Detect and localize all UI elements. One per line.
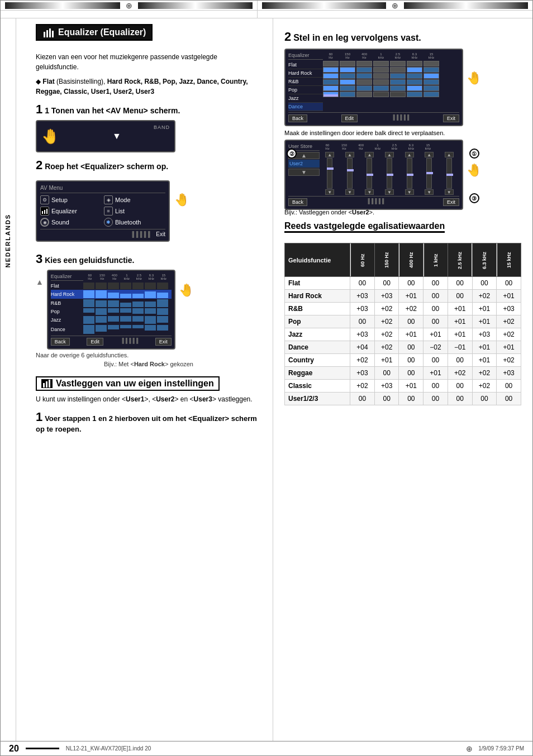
table-row: Dance +04 +02 00 −02 −01 +01 +01 [285, 341, 521, 354]
page-title: Equalizer (Equalizer) [58, 27, 146, 37]
av-menu-sound: ◉ Sound [40, 218, 102, 227]
eq-item-flat: Flat [51, 282, 172, 290]
r-freq-60: 60Hz [323, 52, 339, 60]
mode-icon: ◈ [104, 195, 113, 204]
right-eq-header: Equalizer 60Hz 150Hz 400Hz 1kHz 2.5kHz 6… [288, 52, 459, 60]
us-back-btn[interactable]: Back [288, 198, 307, 206]
eq-freq-labels-row: 60Hz 150Hz 400Hz 1kHz 2.5kHz 6.3kHz 15kH… [83, 274, 169, 281]
th-400hz: 400 Hz [399, 243, 423, 277]
step3-note1: Naar de overige 6 geluidsfuncties. [36, 352, 261, 358]
av-menu-equalizer: Equalizer [40, 207, 102, 216]
top-crosshair-left: ⊕ [125, 1, 134, 10]
hand-icon-1: 🤚 [41, 128, 59, 145]
eq-item-rb: R&B [51, 299, 172, 308]
vertical-sidebar: NEDERLANDS [1, 18, 16, 741]
bottom-crosshair: ⊕ [466, 744, 473, 753]
step3-heading: 3 Kies een geluidsfunctie. [36, 252, 261, 266]
callout-area: Back ▐▐▐▐▐ Exit [288, 196, 459, 206]
vastleggen-step1-num: 1 [36, 410, 42, 424]
right-eq-screenshot: Equalizer 60Hz 150Hz 400Hz 1kHz 2.5kHz 6… [284, 49, 463, 126]
eq-dance-bars [83, 325, 168, 334]
eq-exit-btn[interactable]: Exit [155, 338, 172, 346]
top-bar-right: ⊕ [258, 1, 532, 10]
page-number: 20 [9, 744, 19, 754]
right-step2-heading: 2 Stel in en leg vervolgens vast. [284, 30, 521, 44]
slider-col-3 [356, 61, 372, 111]
r-freq-15k: 15kHz [423, 52, 439, 60]
right-eq-back-btn[interactable]: Back [288, 114, 307, 122]
r-eq-rb: R&B [288, 78, 323, 86]
us-thumb-6 [426, 172, 433, 174]
top-gradient-left2 [138, 2, 253, 9]
top-crosshair-right: ⊕ [391, 1, 399, 10]
us-bottom-bar: Back ▐▐▐▐▐ Exit [288, 196, 459, 206]
r-freq-400: 400Hz [356, 52, 372, 60]
freq-6k3: 6.3kHz [146, 274, 157, 281]
right-eq-exit-btn[interactable]: Exit [443, 114, 459, 122]
menu-button-area: ▼ [64, 131, 170, 141]
av-dots: ▐▐▐▐▐ [130, 231, 150, 237]
table-row: Pop 00 +02 00 00 +01 +01 +02 [285, 315, 521, 328]
th-60hz: 60 Hz [350, 243, 375, 277]
scroll-arrow-up: ▲ [36, 277, 44, 286]
av-menu-mode: ◈ Mode [104, 195, 165, 204]
slider-col-5 [390, 61, 406, 111]
sound-icon: ◉ [40, 218, 49, 227]
us-down-7[interactable]: ▼ [445, 189, 454, 195]
row-hardrock-name: Hard Rock [285, 290, 350, 303]
freq-150: 150Hz [97, 274, 108, 281]
gear-icon: ⚙ [40, 195, 49, 204]
right-eq-edit-btn[interactable]: Edit [341, 114, 358, 122]
svg-rect-7 [43, 383, 45, 387]
sidebar-language-label: NEDERLANDS [5, 214, 12, 267]
equalizer-icon [42, 27, 55, 37]
eq-back-btn[interactable]: Back [51, 338, 70, 346]
eq-edit-btn[interactable]: Edit [87, 338, 103, 346]
eq-item-jazz: Jazz [51, 315, 172, 324]
us-user2-item: User2 [288, 160, 320, 168]
eq-item-dance: Dance [51, 324, 172, 334]
us-down-3[interactable]: ▼ [365, 189, 374, 195]
table-row: Classic +02 +03 +01 00 00 +02 00 [285, 380, 521, 393]
av-menu-footer: ▐▐▐▐▐ Exit [40, 229, 165, 237]
eq-item-flat-label: Flat [51, 283, 83, 289]
eq-item-rb-label: R&B [51, 300, 83, 306]
freq-60: 60Hz [84, 274, 96, 281]
eq-item-hardrock: Hard Rock [51, 290, 172, 299]
svg-rect-4 [42, 211, 43, 214]
right-eq-list: Flat Hard Rock R&B Pop Jazz Dance [288, 61, 323, 111]
eq-item-pop: Pop [51, 308, 172, 315]
right-eq-body: Flat Hard Rock R&B Pop Jazz Dance [288, 61, 459, 111]
us-down-2[interactable]: ▼ [345, 189, 354, 195]
svg-rect-5 [44, 210, 45, 214]
eq-item-pop-label: Pop [51, 309, 83, 314]
right-eq-screenshot-area: Equalizer 60Hz 150Hz 400Hz 1kHz 2.5kHz 6… [284, 49, 521, 126]
us-down-5[interactable]: ▼ [405, 189, 414, 195]
touch-hand-4: 🤚 [467, 71, 482, 85]
us-thumb-5 [407, 174, 413, 176]
us-down-1[interactable]: ▼ [325, 189, 334, 195]
us-track-1 [327, 158, 332, 189]
vastleggen-step1-heading: 1 Voer stappen 1 en 2 hierboven uit om h… [36, 410, 261, 433]
eq-item-jazz-label: Jazz [51, 317, 83, 323]
eq-list-icon [40, 207, 49, 216]
eq-dots-bottom: ▐▐▐▐▐ [120, 338, 138, 346]
eq-icon-svg [41, 208, 48, 214]
th-geluidsfunctie: Geluidsfunctie [285, 243, 350, 277]
list-icon: ≡ [104, 207, 113, 216]
right-eq-dots: ▐▐▐▐▐ [392, 114, 410, 122]
us-track-2 [347, 158, 353, 189]
bottom-filename: NL12-21_KW-AVX720[E]1.indd 20 [66, 745, 460, 752]
av-menu-bluetooth: ✱ Bluetooth [104, 218, 165, 227]
us-track-3 [367, 158, 372, 189]
freq-2k5: 2.5kHz [134, 274, 145, 281]
freq-15k: 15kHz [158, 274, 169, 281]
us-down-4[interactable]: ▼ [385, 189, 394, 195]
step1-screenshot: 🤚 ▼ BAND [36, 120, 175, 152]
us-exit-btn[interactable]: Exit [443, 198, 459, 206]
hand-icon-4: 🤚 [467, 71, 482, 85]
us-down-6[interactable]: ▼ [425, 189, 434, 195]
touch-hand-3: 🤚 [179, 283, 194, 298]
eq-list-bottom-bar: Back Edit ▐▐▐▐▐ Exit [51, 336, 172, 346]
us-thumb-7 [446, 174, 453, 176]
